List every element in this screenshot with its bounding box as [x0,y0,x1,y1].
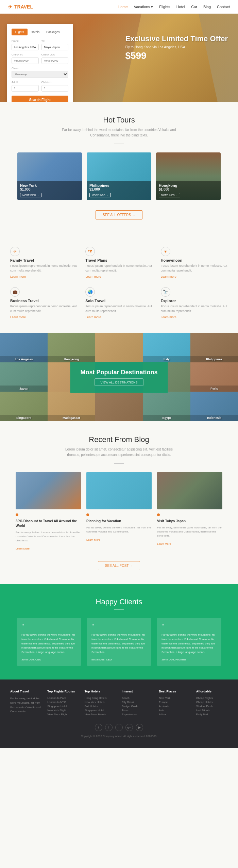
blog-text: Far far away, behind the word mountains,… [157,526,222,538]
footer-link[interactable]: City Break [122,701,153,704]
tour-card: New York $1,000 MORE INFO → [17,152,82,200]
footer-link[interactable]: New York Flight [47,709,79,712]
feature-solo-travel: 🌏 Solo Travel Focus ipsum reprehenderit … [85,287,152,320]
blog-learn-more[interactable]: Learn More [16,547,30,550]
nav-vacations[interactable]: Vacations ▾ [134,5,153,9]
see-all-offers-button[interactable]: SEE ALL OFFERS → [96,210,142,219]
tour-more-button[interactable]: MORE INFO → [20,193,41,197]
feature-learn-more[interactable]: Learn more [85,315,101,319]
footer-link[interactable]: London to Paris [47,697,79,700]
footer-link[interactable]: Asia [159,709,190,712]
testimonial-text: Far far away, behind the word mountains,… [91,633,147,655]
tour-more-button[interactable]: MORE INFO → [89,193,111,197]
footer-link[interactable]: Last Minute [196,709,228,712]
footer-link[interactable]: Singapore Hotel [47,705,79,708]
nav-blog[interactable]: Blog [203,5,211,9]
from-input[interactable] [12,44,39,50]
tab-flights[interactable]: Flights [12,29,28,35]
testimonial-author: John Doe, Founder [162,658,217,661]
see-all-posts-button[interactable]: SEE ALL POST → [98,561,140,570]
blog-text: Far far away, behind the word mountains,… [86,526,152,534]
feature-learn-more[interactable]: Learn more [85,275,101,278]
dest-egypt: Egypt [143,392,190,421]
divider [114,144,124,144]
footer-link[interactable]: View More Flight [47,713,79,716]
feature-learn-more[interactable]: Learn more [161,315,176,319]
children-input[interactable] [41,85,69,92]
class-select[interactable]: Economy Business First Class [12,71,68,78]
instagram-icon[interactable]: in [115,724,123,731]
feature-text: Focus ipsum reprehenderit in nemo molest… [85,264,152,273]
footer-link[interactable]: New York Hotels [85,701,116,704]
to-label: To: [41,39,69,43]
footer-link[interactable]: Australia [159,705,190,708]
navbar: ✈ TRAVEL Home Vacations ▾ Flights Hotel … [0,0,238,14]
footer-link[interactable]: New York [159,697,190,700]
solo-travel-icon: 🌏 [85,287,95,297]
footer-link[interactable]: Singapore Hotel [85,709,116,712]
footer-link[interactable]: Experiences [122,713,153,716]
footer-link[interactable]: Cheap Flights [196,697,228,700]
nav-hotel[interactable]: Hotel [176,5,185,9]
footer-link[interactable]: View More Hotels [85,713,116,716]
blog-learn-more[interactable]: Learn More [86,538,100,541]
dest-label: Madagascar [48,415,95,421]
dest-hongkong: Hongkong [48,333,95,362]
feature-learn-more[interactable]: Learn more [161,275,176,278]
feature-learn-more[interactable]: Learn more [10,315,26,319]
feature-family-travel: ✈ Family Travel Focus ipsum reprehenderi… [10,247,77,279]
footer-col-affordable: Affordable Cheap Flights Cheap Hotels St… [196,690,228,717]
checkin-input[interactable] [12,58,39,64]
footer-link[interactable]: London to NYC [47,701,79,704]
nav-contact[interactable]: Contact [217,5,230,9]
footer-link[interactable]: Beach [122,697,153,700]
google-plus-icon[interactable]: g+ [125,724,133,731]
blog-learn-more[interactable]: Learn More [157,542,171,545]
footer-link[interactable]: Student Deals [196,705,228,708]
blog-section: Recent From Blog Lorem ipsum dolor sit a… [0,422,238,584]
nav-flights[interactable]: Flights [159,5,170,9]
checkout-input[interactable] [41,58,69,64]
blog-image [16,472,81,509]
footer-link[interactable]: Bali Hotels [85,705,116,708]
footer-link[interactable]: Hong Kong Hotels [85,697,116,700]
tour-more-button[interactable]: MORE INFO → [159,193,180,197]
feature-explorer: 🔭 Explorer Focus ipsum reprehenderit in … [161,287,228,320]
search-flight-button[interactable]: Search Flight [12,96,68,102]
twitter-icon[interactable]: t [95,724,102,731]
from-label: From: [12,39,39,43]
footer-col-about: About Travel Far far away, behind the wo… [10,690,42,717]
feature-text: Focus ipsum reprehenderit in nemo molest… [85,304,152,313]
dest-center-placeholder [95,333,143,362]
logo-icon: ✈ [8,4,12,10]
travel-plans-icon: 🗺 [85,247,95,256]
facebook-icon[interactable]: f [105,724,113,731]
tour-price: $1,000 [89,187,149,191]
footer-link[interactable]: Cheap Hotels [196,701,228,704]
nav-car[interactable]: Car [191,5,197,9]
feature-text: Focus ipsum reprehenderit in nemo molest… [161,264,228,273]
tab-hotels[interactable]: Hotels [28,29,43,35]
tours-grid: New York $1,000 MORE INFO → Philippines … [10,152,228,200]
footer-link[interactable]: Tours [122,709,153,712]
tab-packages[interactable]: Packages [43,29,63,35]
blog-tag [157,513,160,516]
blog-title: 30% Discount to Travel All Around the Wo… [16,519,81,528]
footer-link[interactable]: Early Bird [196,713,228,716]
blog-image [86,472,152,509]
view-all-destinations-button[interactable]: VIEW ALL DESTINATIONS [95,379,143,386]
dest-label: Los Angeles [0,356,48,362]
dest-philippines: Philippines [190,333,238,362]
logo: ✈ TRAVEL [8,4,33,10]
destinations-section: Los Angeles Hongkong Italy Philippines J… [0,333,238,422]
footer-link[interactable]: Africa [159,713,190,716]
feature-learn-more[interactable]: Learn more [10,275,26,278]
blog-subtitle: Lorem ipsum dolor sit amet, consectetur … [61,447,177,458]
feature-business-travel: 💼 Business Travel Focus ipsum reprehende… [10,287,77,320]
footer-link[interactable]: Budget Guide [122,705,153,708]
youtube-icon[interactable]: ▶ [136,724,143,731]
adults-input[interactable] [12,85,39,92]
nav-home[interactable]: Home [118,5,128,9]
to-input[interactable] [41,44,69,50]
footer-link[interactable]: Europe [159,701,190,704]
